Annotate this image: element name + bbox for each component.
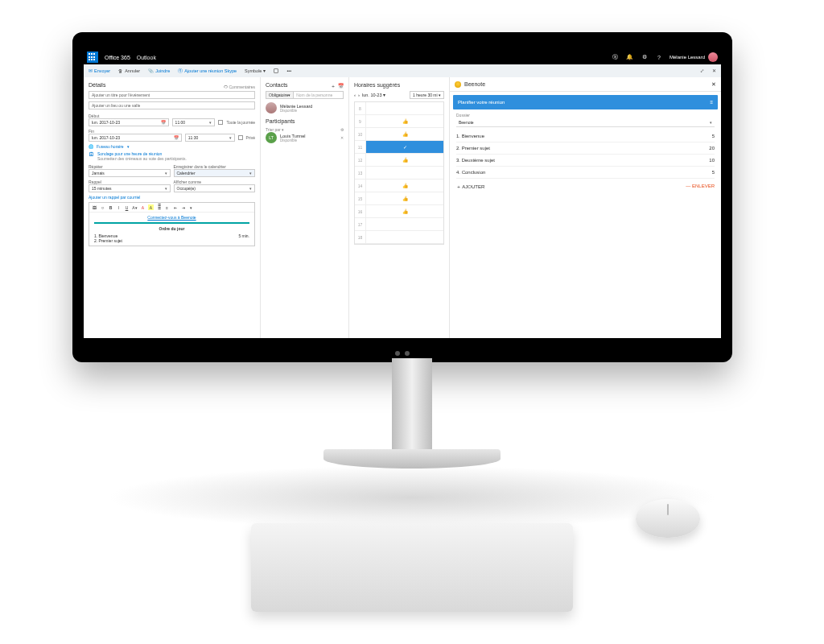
remove-participant-icon[interactable]: ✕ xyxy=(340,135,344,140)
contact-suggestion[interactable]: Mélanie LessardDisponible xyxy=(266,102,344,114)
time-slot[interactable]: 8 xyxy=(355,102,443,115)
time-slot[interactable]: 14👍 xyxy=(355,180,443,192)
time-slot-list: 89👍10👍11✓12👍1314👍15👍16👍1718 xyxy=(354,101,444,245)
numbers-icon[interactable]: ≡ xyxy=(164,204,170,210)
reminder-select[interactable]: 15 minutes▾ xyxy=(89,184,171,192)
sort-label[interactable]: Trier par ▾ xyxy=(266,127,284,132)
time-slot[interactable]: 9👍 xyxy=(355,115,443,128)
agenda-item[interactable]: 3. Deuxième sujet10 xyxy=(456,155,715,167)
body-editor[interactable]: 🖼 ☺ B I U A▾ A A ≣ ≡ ⇤ ⇥ ▾ xyxy=(89,202,255,246)
command-bar: ✉ Envoyer 🗑 Annuler 📎 Joindre ⓢ Ajouter … xyxy=(84,64,721,77)
prev-day-icon[interactable]: ‹ xyxy=(354,93,356,97)
outdent-icon[interactable]: ⇤ xyxy=(172,204,178,210)
monitor-frame: Office 365 Outlook ⓢ 🔔 ⚙ ? Mélanie Lessa… xyxy=(72,32,732,362)
emoji-icon[interactable]: ☺ xyxy=(100,204,105,210)
agenda-item[interactable]: 2. Premier sujet20 xyxy=(456,142,715,155)
avatar xyxy=(708,52,718,62)
required-toggle[interactable]: Obligatoire ▾ xyxy=(266,92,294,98)
start-time-select[interactable]: 11:00▾ xyxy=(172,118,216,126)
showas-select[interactable]: Occupé(e)▾ xyxy=(174,184,256,192)
contacts-panel: Contacts ＋ 📅 Obligatoire ▾ Nom de la per… xyxy=(261,77,349,338)
poll-subtitle: Soumettez des créneaux au vote des parti… xyxy=(97,156,187,161)
skype-meeting-button[interactable]: ⓢ Ajouter une réunion Skype xyxy=(178,68,237,74)
agenda-item[interactable]: 4. Conclusion5 xyxy=(456,167,715,179)
time-slot[interactable]: 15👍 xyxy=(355,192,443,205)
timezone-link[interactable]: Fuseau horaire xyxy=(97,144,124,149)
time-slot[interactable]: 17 xyxy=(355,218,443,231)
cancel-button[interactable]: 🗑 Annuler xyxy=(118,68,140,73)
help-icon[interactable]: ? xyxy=(655,53,663,61)
notifications-icon[interactable]: 🔔 xyxy=(626,53,634,61)
contacts-calendar-icon[interactable]: 📅 xyxy=(338,83,344,90)
font-size-icon[interactable]: A▾ xyxy=(132,204,138,210)
suite-brand: Office 365 xyxy=(105,55,130,60)
participants-options-icon[interactable]: ⚙ xyxy=(340,127,344,132)
expand-icon[interactable]: ⤢ xyxy=(700,68,704,73)
people-search-placeholder: Nom de la personne xyxy=(294,93,335,97)
image-icon[interactable]: 🖼 xyxy=(92,204,97,210)
symbol-button[interactable]: Symbole ▾ xyxy=(245,68,266,73)
time-slot[interactable]: 13 xyxy=(355,167,443,180)
suite-header: Office 365 Outlook ⓢ 🔔 ⚙ ? Mélanie Lessa… xyxy=(84,50,721,64)
highlight-icon[interactable]: A xyxy=(148,204,154,210)
duration-select[interactable]: 1 heure 30 mi ▾ xyxy=(410,91,444,99)
beenote-close-icon[interactable]: ✕ xyxy=(711,81,716,88)
time-slot[interactable]: 18 xyxy=(355,231,443,244)
end-date-select[interactable]: lun. 2017-10-23📅 xyxy=(89,134,182,142)
email-reminder-link[interactable]: Ajouter un rappel par courriel xyxy=(89,195,255,200)
agenda-item[interactable]: 1. Bienvenue5 xyxy=(456,130,715,142)
avatar: LT xyxy=(266,132,277,143)
private-label: Privé xyxy=(246,135,255,140)
allday-label: Toute la journée xyxy=(226,120,255,125)
underline-icon[interactable]: U xyxy=(124,204,130,210)
details-panel: Détails 🗨 Commentaires Ajouter un titre … xyxy=(84,77,261,338)
private-checkbox[interactable] xyxy=(238,135,243,140)
participants-title: Participants xyxy=(266,118,344,124)
mouse xyxy=(636,499,700,538)
beenote-cta-link[interactable]: Connectez-vous à Beenote xyxy=(94,215,249,224)
bold-icon[interactable]: B xyxy=(108,204,113,210)
close-icon[interactable]: ✕ xyxy=(712,68,716,73)
more-button[interactable]: ••• xyxy=(286,68,291,73)
time-slot[interactable]: 16👍 xyxy=(355,205,443,218)
event-title-input[interactable]: Ajouter un titre pour l'événement xyxy=(89,91,255,99)
app-name: Outlook xyxy=(137,55,156,60)
time-slot[interactable]: 10👍 xyxy=(355,128,443,141)
start-date-select[interactable]: lun. 2017-10-23📅 xyxy=(89,118,169,126)
allday-checkbox[interactable] xyxy=(218,120,223,125)
savecal-select[interactable]: Calendrier▾ xyxy=(174,169,256,177)
time-slot[interactable]: 11✓ xyxy=(355,141,443,154)
beenote-addin: Beenote ✕ Planifier votre réunion ≡ Doss… xyxy=(450,77,721,338)
people-search[interactable]: Obligatoire ▾ Nom de la personne xyxy=(266,91,344,99)
bullets-icon[interactable]: ≣ xyxy=(156,204,162,210)
remove-item-button[interactable]: — ENLEVER xyxy=(686,184,715,191)
beenote-menu-icon[interactable]: ≡ xyxy=(710,100,713,105)
font-color-icon[interactable]: A xyxy=(140,204,146,210)
beenote-plan-label: Planifier votre réunion xyxy=(458,100,505,105)
send-button[interactable]: ✉ Envoyer xyxy=(89,68,110,73)
folder-select[interactable]: Beenote▾ xyxy=(456,118,715,127)
comments-link[interactable]: 🗨 Commentaires xyxy=(224,85,255,89)
account-menu[interactable]: Mélanie Lessard xyxy=(670,52,718,62)
contacts-add-icon[interactable]: ＋ xyxy=(331,83,336,90)
italic-icon[interactable]: I xyxy=(116,204,122,210)
next-day-icon[interactable]: › xyxy=(358,93,360,97)
time-slot[interactable]: 12👍 xyxy=(355,154,443,167)
attach-button[interactable]: 📎 Joindre xyxy=(148,68,170,73)
add-item-button[interactable]: ＋ AJOUTER xyxy=(456,184,484,191)
indent-icon[interactable]: ⇥ xyxy=(180,204,186,210)
app-launcher-icon[interactable] xyxy=(87,52,98,63)
location-input[interactable]: Ajouter un lieu ou une salle xyxy=(89,101,255,109)
end-time-select[interactable]: 11:30▾ xyxy=(185,134,235,142)
editor-toolbar: 🖼 ☺ B I U A▾ A A ≣ ≡ ⇤ ⇥ ▾ xyxy=(89,203,254,213)
settings-icon[interactable]: ⚙ xyxy=(641,53,649,61)
repeat-select[interactable]: Jamais▾ xyxy=(89,169,171,177)
contacts-title: Contacts xyxy=(266,82,288,88)
times-title: Horaires suggérés xyxy=(354,82,444,88)
agenda-row: 2. Premier sujet xyxy=(94,238,249,243)
date-picker[interactable]: lun. 10-23 ▾ xyxy=(362,93,385,97)
skype-icon[interactable]: ⓢ xyxy=(612,53,620,61)
categorize-icon[interactable] xyxy=(274,68,278,73)
more-format-icon[interactable]: ▾ xyxy=(188,204,194,210)
participant-row: LT Louis TurmelDisponible ✕ xyxy=(266,132,344,143)
